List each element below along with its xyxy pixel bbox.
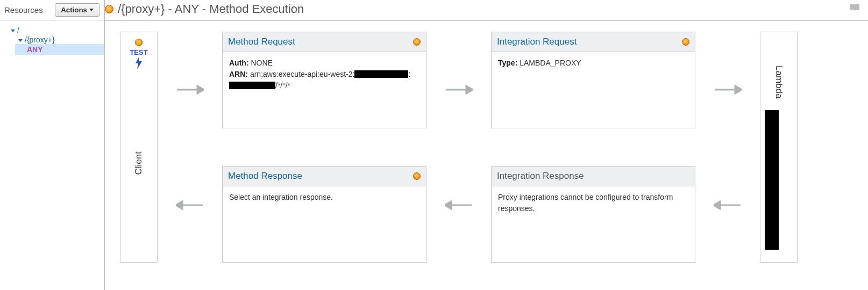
auth-label: Auth:	[229, 59, 249, 67]
resource-tree: / /{proxy+} ANY	[0, 20, 104, 61]
card-title: Method Request	[228, 37, 295, 47]
type-value: LAMBDA_PROXY	[520, 59, 581, 67]
redacted-block	[354, 70, 408, 78]
arrow-right-icon	[176, 85, 204, 95]
resources-sidebar: Resources Actions / /{proxy+} ANY	[0, 0, 105, 290]
status-dot-icon	[413, 172, 421, 180]
tree-node-root[interactable]: / /{proxy+} ANY	[11, 25, 101, 57]
status-dot-icon	[682, 38, 689, 46]
method-request-card[interactable]: Method Request Auth: NONE ARN: arn:aws:e…	[222, 32, 426, 128]
status-dot-icon	[105, 5, 113, 13]
card-title: Integration Response	[497, 171, 584, 182]
client-box[interactable]: TEST Client	[120, 32, 158, 263]
lambda-label: Lambda	[773, 66, 784, 98]
integration-request-card[interactable]: Integration Request Type: LAMBDA_PROXY	[491, 32, 695, 128]
tree-node-label: /{proxy+}	[25, 35, 55, 44]
arn-label: ARN:	[229, 70, 248, 78]
actions-button-label: Actions	[61, 6, 87, 14]
card-title: Method Response	[228, 171, 302, 182]
arn-value-suffix: /*/*/*	[275, 81, 290, 90]
card-body-text: Select an integration response.	[229, 193, 333, 201]
lambda-box[interactable]: Lambda	[760, 32, 798, 263]
page-title: /{proxy+} - ANY - Method Execution	[118, 2, 304, 16]
caret-icon	[18, 39, 23, 42]
tree-node-proxy[interactable]: /{proxy+} ANY	[18, 34, 101, 56]
method-response-card[interactable]: Method Response Select an integration re…	[222, 166, 426, 263]
actions-button[interactable]: Actions	[55, 3, 99, 17]
test-label: TEST	[130, 48, 147, 56]
auth-value: NONE	[251, 59, 272, 67]
tree-method-label: ANY	[27, 45, 43, 54]
status-dot-icon	[413, 38, 421, 46]
bolt-icon	[134, 56, 144, 71]
card-body-text: Proxy integrations cannot be configured …	[498, 193, 673, 213]
card-title: Integration Request	[497, 37, 577, 47]
type-label: Type:	[498, 59, 517, 67]
sidebar-title: Resources	[4, 5, 55, 15]
tree-node-label: /	[17, 26, 19, 34]
arrow-left-icon	[714, 200, 742, 210]
caret-icon	[11, 30, 15, 32]
arrow-left-icon	[176, 200, 204, 210]
docs-icon[interactable]	[849, 3, 860, 15]
arn-value-prefix: arn:aws:execute-api:eu-west-2:	[250, 70, 355, 78]
status-dot-icon	[135, 39, 143, 46]
arrow-right-icon	[714, 85, 742, 95]
client-label: Client	[133, 151, 144, 175]
chevron-down-icon	[89, 9, 94, 11]
arrow-left-icon	[445, 200, 473, 210]
arrow-right-icon	[445, 85, 473, 95]
tree-node-method-any[interactable]: ANY	[15, 44, 104, 55]
redacted-block	[229, 82, 275, 89]
redacted-block	[765, 110, 779, 250]
integration-response-card: Integration Response Proxy integrations …	[491, 166, 695, 263]
